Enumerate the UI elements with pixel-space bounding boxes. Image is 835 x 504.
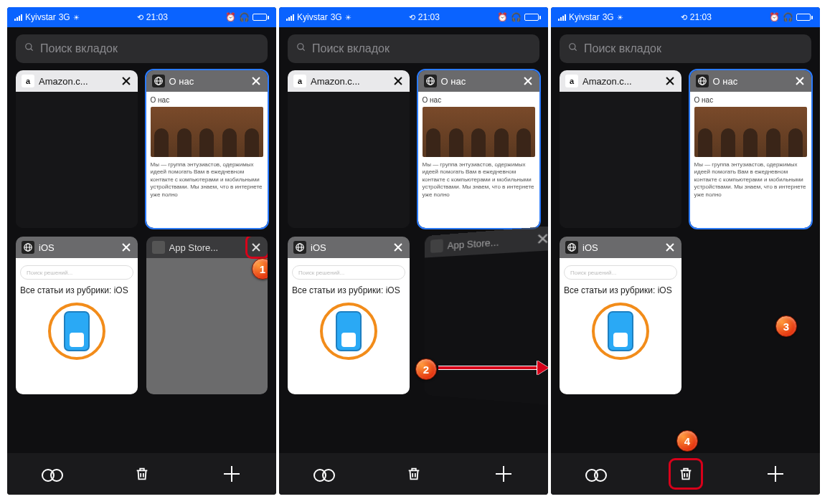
close-tab-button[interactable] [535, 232, 548, 245]
tab-preview: Поиск решений... Все статьи из рубрики: … [288, 258, 410, 394]
close-tab-button[interactable] [121, 242, 132, 253]
plus-icon [768, 466, 783, 482]
tab-search-input[interactable]: Поиск вкладок [16, 34, 268, 63]
search-placeholder: Поиск вкладок [40, 42, 118, 55]
new-tab-button[interactable] [210, 460, 253, 488]
category-heading: Все статьи из рубрики: iOS [20, 285, 133, 295]
delete-tabs-button[interactable] [664, 460, 707, 488]
apple-favicon-icon [430, 239, 443, 253]
category-heading: Все статьи из рубрики: iOS [292, 285, 405, 295]
tab-preview: Поиск решений... Все статьи из рубрики: … [16, 258, 138, 394]
clock-label: 21:03 [418, 12, 440, 22]
mask-icon [42, 469, 63, 479]
tab-title: Amazon.c... [39, 76, 116, 87]
tab-card-amazon[interactable]: a Amazon.c... [16, 70, 138, 228]
new-tab-button[interactable] [482, 460, 525, 488]
headphones-icon: 🎧 [511, 12, 522, 22]
globe-favicon-icon [696, 75, 709, 87]
close-tab-button[interactable] [250, 242, 262, 253]
tab-card-onas[interactable]: О нас О нас Мы — группа энтузиастов, оде… [146, 70, 268, 228]
tab-preview: О нас Мы — группа энтузиастов, одержимых… [418, 92, 540, 228]
close-tab-button[interactable] [794, 75, 806, 87]
sun-icon: ☀ [73, 14, 80, 22]
incognito-button[interactable] [575, 460, 618, 488]
trash-icon [134, 465, 150, 482]
category-heading: Все статьи из рубрики: iOS [564, 285, 677, 295]
tab-card-amazon[interactable]: a Amazon.c... [560, 70, 681, 228]
headphones-icon: 🎧 [783, 12, 793, 22]
step-badge-4: 4 [676, 430, 698, 452]
tab-title: iOS [39, 242, 116, 253]
bottom-toolbar [7, 453, 276, 495]
tab-card-ios[interactable]: iOS Поиск решений... Все статьи из рубри… [560, 237, 681, 394]
tab-preview [560, 92, 681, 228]
page-title: О нас [694, 96, 808, 104]
mask-icon [313, 469, 335, 479]
tab-title: О нас [713, 76, 791, 87]
phone-screen-3: Kyivstar 3G ☀ ⟲ 21:03 ⏰ 🎧 Поиск вкладок [551, 7, 820, 495]
battery-icon [524, 14, 541, 21]
tab-search-input[interactable]: Поиск вкладок [560, 34, 811, 63]
tab-preview [146, 258, 268, 394]
close-tab-button[interactable] [392, 242, 404, 253]
article-hero-image [694, 107, 808, 157]
tab-card-ios[interactable]: iOS Поиск решений... Все статьи из рубри… [288, 237, 410, 394]
page-title: О нас [151, 96, 264, 104]
svg-line-9 [303, 49, 305, 51]
tab-preview [425, 250, 548, 406]
trash-icon [678, 465, 694, 482]
close-tab-button[interactable] [664, 75, 676, 87]
search-icon [568, 42, 578, 55]
close-tab-button[interactable] [121, 75, 132, 87]
globe-favicon-icon [22, 241, 34, 254]
tab-preview [288, 92, 410, 228]
empty-tab-slot: 3 [690, 237, 812, 394]
delete-tabs-button[interactable] [392, 460, 435, 488]
new-tab-button[interactable] [754, 460, 797, 488]
network-label: 3G [59, 12, 70, 22]
plus-icon [224, 466, 240, 482]
tab-card-appstore[interactable]: App Store... 1 [146, 237, 268, 394]
tab-card-onas[interactable]: О нас О нас Мы — группа энтузиастов, оде… [418, 70, 540, 228]
close-tab-button[interactable] [392, 75, 404, 87]
ios-badge-icon [320, 303, 377, 360]
close-tab-button[interactable] [250, 75, 262, 87]
close-tab-button[interactable] [522, 75, 534, 87]
tab-preview: О нас Мы — группа энтузиастов, одержимых… [690, 92, 812, 228]
battery-icon [796, 14, 813, 21]
article-excerpt: Мы — группа энтузиастов, одержимых идеей… [694, 161, 808, 199]
alarm-icon: ⏰ [769, 12, 780, 22]
amazon-favicon-icon: a [565, 75, 578, 87]
hotspot-icon: ⟲ [681, 13, 687, 22]
signal-bars-icon [14, 14, 22, 21]
svg-line-1 [31, 49, 33, 51]
status-bar: Kyivstar 3G ☀ ⟲ 21:03 ⏰ 🎧 [279, 7, 548, 27]
globe-favicon-icon [152, 75, 165, 87]
tab-title: iOS [582, 242, 660, 253]
apple-favicon-icon [152, 241, 165, 254]
tab-card-appstore-sliding[interactable]: App Store... [425, 226, 548, 406]
carrier-label: Kyivstar [25, 12, 56, 22]
tab-card-onas[interactable]: О нас О нас Мы — группа энтузиастов, оде… [690, 70, 812, 228]
step-badge-1: 1 [252, 258, 268, 280]
search-placeholder: Поиск вкладок [584, 42, 661, 55]
close-tab-button[interactable] [664, 242, 676, 253]
network-label: 3G [603, 12, 614, 22]
battery-icon [253, 14, 269, 21]
incognito-button[interactable] [31, 460, 74, 488]
trash-icon [406, 465, 422, 482]
sun-icon: ☀ [617, 14, 623, 22]
inner-search-pill: Поиск решений... [292, 265, 405, 280]
globe-favicon-icon [565, 241, 578, 254]
phone-screen-2: Kyivstar 3G ☀ ⟲ 21:03 ⏰ 🎧 Поиск вкладок [279, 7, 548, 495]
tab-card-ios[interactable]: iOS Поиск решений... Все статьи из рубри… [16, 237, 138, 394]
tab-card-amazon[interactable]: a Amazon.c... [288, 70, 410, 228]
svg-point-16 [570, 44, 575, 49]
carrier-label: Kyivstar [569, 12, 600, 22]
tab-search-input[interactable]: Поиск вкладок [288, 34, 539, 63]
hotspot-icon: ⟲ [409, 13, 415, 22]
delete-tabs-button[interactable] [121, 460, 164, 488]
article-excerpt: Мы — группа энтузиастов, одержимых идеей… [151, 161, 264, 199]
incognito-button[interactable] [303, 460, 346, 488]
search-placeholder: Поиск вкладок [312, 42, 390, 55]
